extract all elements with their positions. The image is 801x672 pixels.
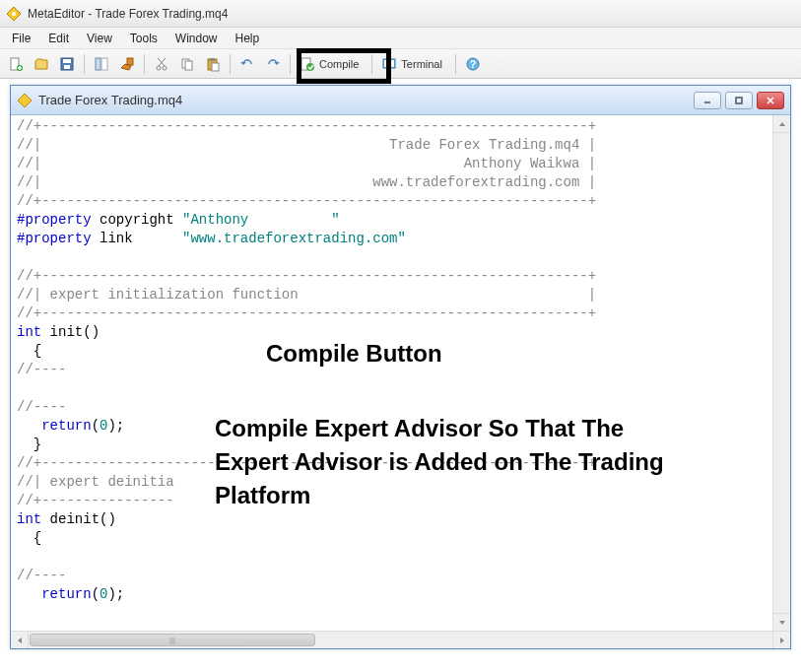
toolbar-separator <box>84 54 85 74</box>
compile-button[interactable]: Compile <box>296 52 367 76</box>
menu-help[interactable]: Help <box>228 30 268 47</box>
file-icon <box>17 93 33 108</box>
menu-edit[interactable]: Edit <box>40 30 77 47</box>
copy-button[interactable] <box>175 52 199 76</box>
menu-tools[interactable]: Tools <box>122 30 166 47</box>
toolbar-separator <box>230 54 231 74</box>
svg-point-10 <box>157 66 161 70</box>
menu-view[interactable]: View <box>79 30 120 47</box>
app-title-bar: MetaEditor - Trade Forex Trading.mq4 <box>0 0 801 28</box>
svg-rect-13 <box>185 61 192 70</box>
toolbar: Compile Terminal ? <box>0 49 801 79</box>
close-button[interactable] <box>757 92 784 109</box>
app-title: MetaEditor - Trade Forex Trading.mq4 <box>28 7 228 21</box>
svg-text:?: ? <box>470 59 476 70</box>
code-editor[interactable]: //+-------------------------------------… <box>11 115 772 631</box>
svg-rect-8 <box>101 58 107 70</box>
scroll-right-arrow[interactable] <box>772 632 790 648</box>
scroll-thumb[interactable]: ||| <box>30 634 315 646</box>
toolbar-separator <box>290 54 291 74</box>
new-file-button[interactable] <box>4 52 28 76</box>
terminal-button[interactable]: Terminal <box>377 52 450 76</box>
svg-rect-7 <box>96 58 100 70</box>
editor-title: Trade Forex Trading.mq4 <box>38 93 688 107</box>
redo-button[interactable] <box>261 52 285 76</box>
window-controls <box>694 92 784 109</box>
toolbar-separator <box>371 54 372 74</box>
svg-rect-16 <box>212 63 219 71</box>
horizontal-scrollbar[interactable]: ||| <box>11 631 790 648</box>
cut-button[interactable] <box>150 52 173 76</box>
menu-window[interactable]: Window <box>167 30 226 47</box>
save-button[interactable] <box>55 52 79 76</box>
editor-window: Trade Forex Trading.mq4 //+-------------… <box>10 85 791 649</box>
undo-button[interactable] <box>235 52 259 76</box>
svg-rect-9 <box>127 58 133 65</box>
scroll-left-arrow[interactable] <box>11 632 29 648</box>
minimize-button[interactable] <box>694 92 721 109</box>
svg-point-11 <box>163 66 167 70</box>
open-button[interactable] <box>30 52 53 76</box>
menu-file[interactable]: File <box>4 30 38 47</box>
scroll-down-arrow[interactable] <box>773 613 790 631</box>
paste-button[interactable] <box>201 52 225 76</box>
svg-rect-6 <box>64 65 70 69</box>
vertical-scrollbar[interactable] <box>772 115 790 631</box>
help-button[interactable]: ? <box>461 52 485 76</box>
svg-rect-20 <box>384 60 394 67</box>
toolbar-separator <box>455 54 456 74</box>
toolbox-button[interactable] <box>115 52 139 76</box>
maximize-button[interactable] <box>725 92 753 109</box>
terminal-label: Terminal <box>401 58 442 70</box>
scroll-up-arrow[interactable] <box>773 115 790 133</box>
app-icon <box>6 6 22 22</box>
svg-rect-5 <box>63 59 71 63</box>
svg-rect-26 <box>736 98 742 103</box>
compile-label: Compile <box>319 58 359 70</box>
navigator-button[interactable] <box>90 52 113 76</box>
editor-title-bar: Trade Forex Trading.mq4 <box>11 86 790 115</box>
toolbar-separator <box>144 54 145 74</box>
menu-bar: File Edit View Tools Window Help <box>0 28 801 49</box>
svg-rect-15 <box>210 58 215 61</box>
svg-point-1 <box>12 12 16 16</box>
svg-marker-24 <box>18 94 32 107</box>
